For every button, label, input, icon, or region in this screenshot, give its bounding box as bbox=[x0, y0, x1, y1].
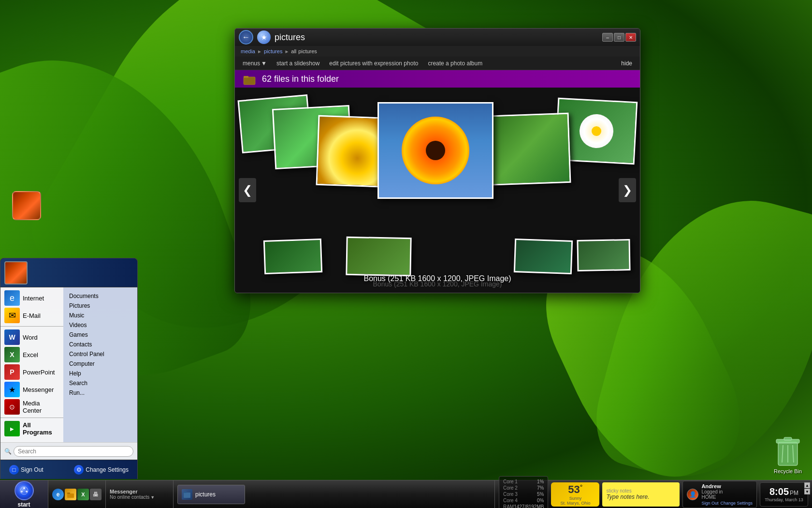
cpu-core1-row: Core 1 1% bbox=[503, 478, 544, 485]
create-album-button[interactable]: create a photo album bbox=[426, 59, 484, 68]
signout-label: Sign Out bbox=[21, 466, 44, 473]
cpu-core2-label: Core 2 bbox=[503, 485, 518, 491]
cpu-core2-value: 7% bbox=[537, 485, 544, 491]
user-status2: HOME bbox=[701, 494, 753, 500]
start-menu-item-powerpoint[interactable]: P PowerPoint bbox=[0, 363, 63, 381]
start-menu: e Internet ✉ E-Mail W Word X Excel P bbox=[0, 258, 138, 479]
search-input[interactable] bbox=[14, 446, 133, 457]
photo-thumb-bottom-1[interactable] bbox=[263, 239, 322, 274]
desktop-icon-fractal[interactable] bbox=[7, 191, 46, 220]
start-menu-item-email[interactable]: ✉ E-Mail bbox=[0, 307, 63, 324]
recycle-bin[interactable]: Recycle Bin bbox=[773, 433, 802, 474]
clock-widget[interactable]: 8:05 PM Thursday, March 13 bbox=[760, 482, 808, 507]
weather-widget[interactable]: 53 ° Sunny St. Marys, Ohio bbox=[551, 482, 599, 507]
word-icon: W bbox=[4, 329, 20, 345]
changesettings-button[interactable]: ⚙ Change Settings bbox=[71, 463, 131, 476]
start-button[interactable]: start bbox=[0, 480, 48, 508]
right-menu-games[interactable]: Games bbox=[63, 330, 137, 340]
weather-info: Sunny St. Marys, Ohio bbox=[560, 496, 590, 506]
right-menu-pictures[interactable]: Pictures bbox=[63, 301, 137, 311]
pictures-window: ← ★ pictures – □ ✕ media ► pictures ► al… bbox=[234, 28, 640, 293]
photo-thumb-main[interactable] bbox=[377, 102, 493, 199]
hide-button[interactable]: hide bbox=[619, 59, 634, 68]
ppt-icon: P bbox=[4, 364, 20, 380]
window-back-button[interactable]: ← bbox=[239, 30, 253, 45]
signout-button[interactable]: □ Sign Out bbox=[6, 463, 46, 476]
messenger-taskbar-title: Messenger bbox=[110, 489, 169, 494]
start-menu-right-panel: Documents Pictures Music Videos Games Co… bbox=[63, 287, 137, 442]
right-menu-documents[interactable]: Documents bbox=[63, 291, 137, 301]
right-menu-contacts[interactable]: Contacts bbox=[63, 340, 137, 349]
slideshow-button[interactable]: start a slideshow bbox=[275, 59, 321, 68]
user-status1: Logged in bbox=[701, 489, 753, 494]
right-menu-help[interactable]: Help bbox=[63, 369, 137, 378]
nav-next-button[interactable]: ❯ bbox=[619, 178, 636, 202]
clock-time: 8:05 bbox=[769, 486, 789, 497]
start-menu-item-excel[interactable]: X Excel bbox=[0, 346, 63, 363]
breadcrumb-arrow-1: ► bbox=[257, 49, 262, 54]
right-menu-videos[interactable]: Videos bbox=[63, 320, 137, 330]
start-menu-item-messenger[interactable]: ★ Messenger bbox=[0, 381, 63, 398]
changesettings-tray-btn[interactable]: Change Settings bbox=[720, 501, 753, 506]
taskbar-app-label: pictures bbox=[195, 491, 216, 498]
email-label: E-Mail bbox=[23, 312, 41, 319]
menus-button[interactable]: menus ▼ bbox=[241, 59, 269, 68]
signout-tray-btn[interactable]: Sign Out bbox=[701, 501, 718, 506]
cpu-core1-label: Core 1 bbox=[503, 478, 518, 485]
messenger-dropdown-arrow[interactable]: ▼ bbox=[150, 495, 155, 500]
start-menu-item-allprograms[interactable]: ▶ All Programs bbox=[0, 420, 63, 437]
quick-launch-excel[interactable]: X bbox=[77, 489, 89, 500]
start-label: start bbox=[17, 501, 30, 508]
user-avatar bbox=[4, 261, 28, 284]
right-menu-run[interactable]: Run... bbox=[63, 388, 137, 398]
breadcrumb-media[interactable]: media bbox=[241, 48, 255, 54]
cpu-widget: Core 1 1% Core 2 7% Core 3 5% Core 4 0% … bbox=[499, 476, 549, 508]
sticky-notes-widget[interactable]: sticky notes Type notes here. bbox=[602, 482, 680, 507]
nav-previous-button[interactable]: ❮ bbox=[239, 178, 256, 202]
quick-launch-printer[interactable]: 🖶 bbox=[90, 489, 102, 500]
weather-temperature: 53 bbox=[568, 483, 580, 496]
start-menu-item-internet[interactable]: e Internet bbox=[0, 289, 63, 307]
edit-photos-button[interactable]: edit pictures with expression photo bbox=[327, 59, 420, 68]
quick-launch-area: e X 🖶 bbox=[48, 480, 106, 508]
right-menu-controlpanel[interactable]: Control Panel bbox=[63, 349, 137, 359]
user-name: Andrew bbox=[701, 483, 753, 489]
start-menu-search-area: 🔍 bbox=[0, 442, 137, 460]
window-close-button[interactable]: ✕ bbox=[625, 33, 636, 42]
window-maximize-button[interactable]: □ bbox=[614, 33, 624, 42]
right-menu-search[interactable]: Search bbox=[63, 378, 137, 388]
right-menu-computer[interactable]: Computer bbox=[63, 359, 137, 369]
cpu-ram-row: RAM 1427/8192MB bbox=[503, 504, 544, 508]
photo-gallery: ❮ ❯ Bonus (251 KB 1600 x 1200, JPEG Imag… bbox=[235, 88, 640, 293]
sticky-notes-label: sticky notes bbox=[606, 488, 676, 493]
messenger-scroll-down[interactable]: ▼ bbox=[804, 489, 810, 494]
right-menu-music[interactable]: Music bbox=[63, 311, 137, 320]
photo-thumb-bottom-4[interactable] bbox=[577, 239, 630, 271]
messenger-taskbar-item[interactable]: Messenger No online contacts ▼ ▲ ▼ bbox=[106, 480, 174, 508]
sticky-notes-text[interactable]: Type notes here. bbox=[606, 493, 676, 500]
mediacenter-label: Media Center bbox=[23, 400, 59, 414]
svg-point-13 bbox=[26, 491, 28, 493]
photo-caption: Bonus (251 KB 1600 x 1200, JPEG Image) bbox=[235, 274, 640, 283]
svg-rect-15 bbox=[67, 493, 70, 494]
start-menu-item-mediacenter[interactable]: ⊙ Media Center bbox=[0, 398, 63, 416]
quick-launch-folder[interactable] bbox=[65, 489, 76, 500]
photo-thumb-bottom-2[interactable] bbox=[346, 237, 411, 276]
messenger-scroll-up[interactable]: ▲ bbox=[804, 482, 810, 488]
photo-thumb-bottom-3[interactable] bbox=[514, 239, 573, 274]
window-app-icon: ★ bbox=[257, 30, 271, 44]
svg-rect-0 bbox=[244, 77, 255, 85]
signout-icon: □ bbox=[9, 465, 19, 475]
quick-launch-ie[interactable]: e bbox=[52, 489, 64, 500]
taskbar-pictures-app[interactable]: pictures bbox=[177, 485, 245, 504]
changesettings-label: Change Settings bbox=[86, 466, 129, 473]
window-toolbar: menus ▼ start a slideshow edit pictures … bbox=[235, 57, 640, 70]
excel-label: Excel bbox=[23, 351, 38, 359]
folder-icon bbox=[243, 72, 256, 86]
start-menu-item-word[interactable]: W Word bbox=[0, 329, 63, 346]
internet-label: Internet bbox=[23, 295, 44, 302]
changesettings-icon: ⚙ bbox=[74, 465, 84, 475]
window-minimize-button[interactable]: – bbox=[602, 33, 613, 42]
window-content: ❮ ❯ Bonus (251 KB 1600 x 1200, JPEG Imag… bbox=[235, 88, 640, 293]
breadcrumb-pictures[interactable]: pictures bbox=[264, 48, 283, 54]
